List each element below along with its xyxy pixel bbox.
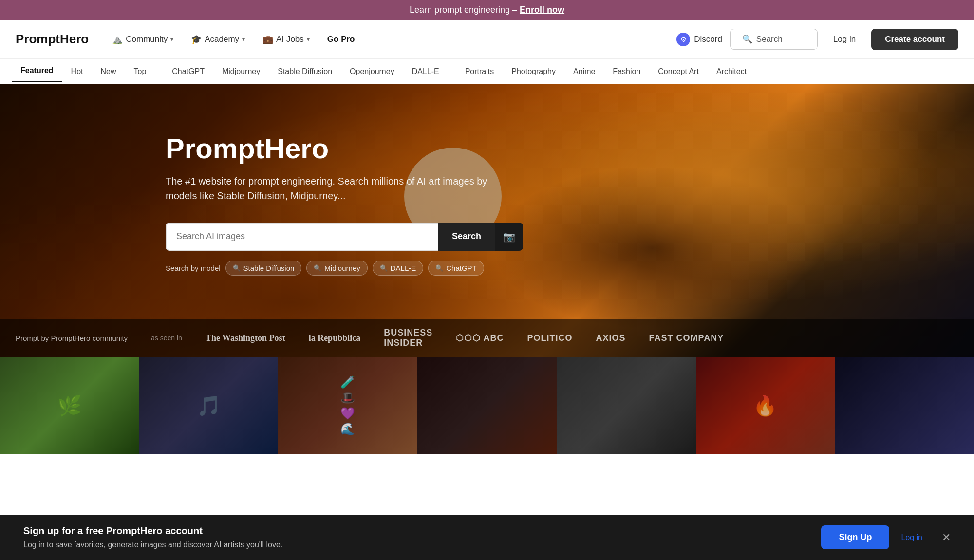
- hero-camera-button[interactable]: 📷: [495, 223, 523, 251]
- nav-divider: [159, 65, 159, 78]
- sidebar-item-stable-diffusion[interactable]: Stable Diffusion: [269, 61, 341, 82]
- model-tag-chatgpt[interactable]: 🔍 ChatGPT: [428, 261, 484, 276]
- sidebar-item-dall-e[interactable]: DALL-E: [403, 61, 448, 82]
- press-logos: The Washington Post la Repubblica BUSINE…: [206, 328, 724, 348]
- press-bar: Prompt by PromptHero community as seen i…: [0, 319, 974, 357]
- model-tag-label: Midjourney: [324, 264, 360, 272]
- sidebar-item-architect[interactable]: Architect: [708, 61, 755, 82]
- model-tag-label: DALL-E: [391, 264, 416, 272]
- model-tag-dall-e[interactable]: 🔍 DALL-E: [373, 261, 424, 276]
- nav-item-go-pro[interactable]: Go Pro: [319, 31, 363, 48]
- sidebar-item-fashion[interactable]: Fashion: [604, 61, 649, 82]
- hero-subtitle: The #1 website for prompt engineering. S…: [166, 174, 497, 203]
- nav-label-community: Community: [126, 35, 168, 44]
- hero-section: PromptHero The #1 website for prompt eng…: [0, 84, 974, 357]
- press-logo-repubblica: la Repubblica: [309, 333, 361, 343]
- press-logo-bi: BUSINESSINSIDER: [384, 328, 432, 348]
- search-icon: 🔍: [233, 264, 241, 272]
- press-logo-axios: AXIOS: [596, 333, 626, 343]
- hero-search-row: Search 📷: [166, 223, 523, 251]
- discord-label: Discord: [694, 35, 722, 44]
- nav-label-go-pro: Go Pro: [327, 35, 355, 44]
- search-icon: 🔍: [380, 264, 388, 272]
- thumb-decoration: 🌿: [57, 394, 82, 417]
- search-icon: 🔍: [435, 264, 443, 272]
- press-logo-wapo: The Washington Post: [206, 333, 285, 343]
- model-tag-stable-diffusion[interactable]: 🔍 Stable Diffusion: [225, 261, 302, 276]
- discord-button[interactable]: ⚙ Discord: [676, 33, 722, 46]
- image-thumb-2[interactable]: 🎵: [139, 357, 279, 454]
- login-button[interactable]: Log in: [825, 30, 863, 49]
- search-icon: 🔍: [742, 34, 752, 44]
- ai-jobs-icon: 💼: [262, 34, 273, 45]
- chevron-down-icon: ▾: [242, 36, 245, 43]
- hero-title: PromptHero: [166, 133, 523, 164]
- banner-text: Learn prompt engineering –: [410, 5, 520, 15]
- image-grid-row: 🌿 🎵 🧪 🎩 💜 🌊 🔥: [0, 357, 974, 454]
- model-label: Search by model: [166, 264, 221, 272]
- chevron-down-icon: ▾: [307, 36, 310, 43]
- sidebar-item-photography[interactable]: Photography: [503, 61, 564, 82]
- nav-item-academy[interactable]: 🎓 Academy ▾: [183, 30, 253, 49]
- sidebar-item-top[interactable]: Top: [125, 61, 155, 82]
- nav-label-academy: Academy: [205, 35, 239, 44]
- community-icon: ⛰️: [112, 34, 123, 45]
- press-seen-text: as seen in: [151, 334, 182, 342]
- image-thumb-6[interactable]: 🔥: [696, 357, 835, 454]
- search-label: Search: [756, 35, 783, 44]
- sidebar-item-anime[interactable]: Anime: [564, 61, 604, 82]
- hero-search-input[interactable]: [166, 223, 438, 251]
- press-community-text: Prompt by PromptHero community: [16, 334, 128, 342]
- thumb-decoration: 🔥: [753, 394, 777, 417]
- search-button[interactable]: 🔍 Search: [730, 29, 818, 50]
- nav-item-community[interactable]: ⛰️ Community ▾: [104, 30, 181, 49]
- nav-items: ⛰️ Community ▾ 🎓 Academy ▾ 💼 AI Jobs ▾ G…: [104, 30, 676, 49]
- secondary-nav: Featured Hot New Top ChatGPT Midjourney …: [0, 59, 974, 84]
- hero-model-row: Search by model 🔍 Stable Diffusion 🔍 Mid…: [166, 261, 523, 276]
- sidebar-item-featured[interactable]: Featured: [12, 60, 62, 82]
- image-thumb-4[interactable]: [417, 357, 557, 454]
- academy-icon: 🎓: [191, 34, 202, 45]
- sidebar-item-openjourney[interactable]: Openjourney: [341, 61, 403, 82]
- secondary-nav-items: Featured Hot New Top ChatGPT Midjourney …: [12, 60, 755, 82]
- sidebar-item-new[interactable]: New: [92, 61, 125, 82]
- image-thumb-1[interactable]: 🌿: [0, 357, 139, 454]
- hero-search-button[interactable]: Search: [438, 223, 495, 251]
- image-thumb-3[interactable]: 🧪 🎩 💜 🌊: [278, 357, 417, 454]
- navbar: PromptHero ⛰️ Community ▾ 🎓 Academy ▾ 💼 …: [0, 20, 974, 59]
- press-logo-fastcompany: FAST COMPANY: [649, 333, 724, 343]
- image-thumb-7[interactable]: [835, 357, 974, 454]
- thumb-decoration: 🎵: [197, 394, 221, 417]
- press-logo-abc: ⬡⬡⬡ ABC: [456, 333, 504, 343]
- top-banner: Learn prompt engineering – Enroll now: [0, 0, 974, 20]
- press-logo-politico: POLITICO: [527, 333, 573, 343]
- navbar-right: ⚙ Discord 🔍 Search Log in Create account: [676, 29, 958, 50]
- search-icon: 🔍: [314, 264, 321, 272]
- sidebar-item-midjourney[interactable]: Midjourney: [213, 61, 269, 82]
- sidebar-item-chatgpt[interactable]: ChatGPT: [163, 61, 213, 82]
- image-thumb-5[interactable]: [557, 357, 696, 454]
- model-tag-label: Stable Diffusion: [244, 264, 295, 272]
- create-account-button[interactable]: Create account: [871, 29, 958, 50]
- nav-label-ai-jobs: AI Jobs: [276, 35, 304, 44]
- hero-content: PromptHero The #1 website for prompt eng…: [166, 133, 523, 276]
- sidebar-item-portraits[interactable]: Portraits: [456, 61, 503, 82]
- nav-divider-2: [452, 65, 452, 78]
- camera-icon: 📷: [503, 231, 515, 243]
- logo[interactable]: PromptHero: [16, 32, 89, 47]
- chevron-down-icon: ▾: [170, 36, 173, 43]
- sidebar-item-hot[interactable]: Hot: [62, 61, 92, 82]
- enroll-link[interactable]: Enroll now: [520, 5, 564, 15]
- nav-item-ai-jobs[interactable]: 💼 AI Jobs ▾: [255, 30, 318, 49]
- sidebar-item-concept-art[interactable]: Concept Art: [649, 61, 708, 82]
- model-tag-midjourney[interactable]: 🔍 Midjourney: [306, 261, 367, 276]
- discord-icon: ⚙: [676, 33, 690, 46]
- model-tag-label: ChatGPT: [446, 264, 477, 272]
